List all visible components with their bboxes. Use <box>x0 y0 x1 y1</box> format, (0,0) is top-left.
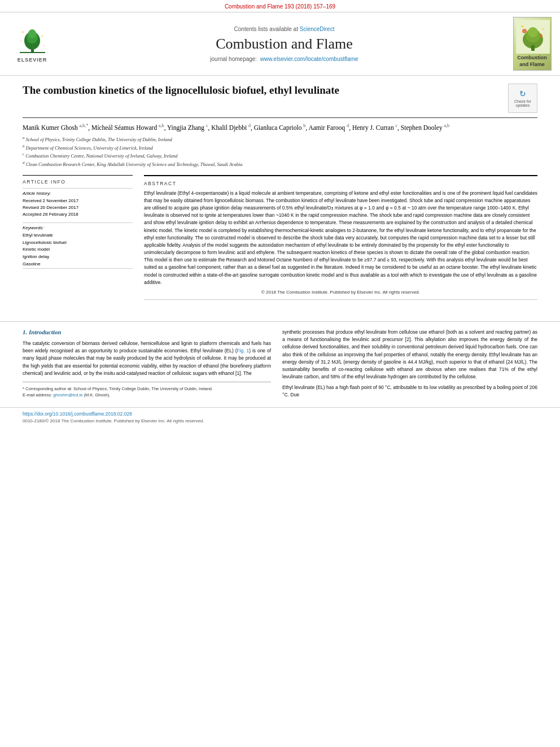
journal-thumbnail: ★ ★ Combustionand Flame <box>511 17 553 71</box>
affiliation-c: c Combustion Chemistry Centre, National … <box>23 153 178 159</box>
svg-text:✦: ✦ <box>21 30 24 34</box>
svg-point-15 <box>522 29 527 33</box>
authors-line: Manik Kumer Ghosh a,b,*, Mícheál Séamus … <box>23 123 537 133</box>
thumb-title: Combustionand Flame <box>516 55 549 68</box>
section-divider <box>0 321 560 322</box>
sciencedirect-link[interactable]: ScienceDirect <box>300 26 335 32</box>
keyword-4: Ignition delay <box>23 254 133 261</box>
abstract-section: ABSTRACT Ethyl levulinate (Ethyl 4-oxope… <box>144 175 537 300</box>
right-column: ABSTRACT Ethyl levulinate (Ethyl 4-oxope… <box>144 175 537 307</box>
keyword-5: Gasoline <box>23 261 133 268</box>
intro-left-text: The catalytic conversion of biomass deri… <box>23 340 271 377</box>
left-column: ARTICLE INFO Article history: Received 2… <box>23 175 133 307</box>
fig1-link[interactable]: Fig. 1 <box>237 348 250 353</box>
keyword-2: Lignocellulosic biofuel <box>23 239 133 247</box>
check-updates-icon: ↻ <box>519 89 526 98</box>
two-column-layout: ARTICLE INFO Article history: Received 2… <box>23 175 537 307</box>
body-content: 1. Introduction The catalytic conversion… <box>0 329 560 403</box>
svg-point-4 <box>28 29 36 38</box>
svg-rect-14 <box>531 45 535 51</box>
keywords-section: Keywords: Ethyl levulinate Lignocellulos… <box>23 222 133 268</box>
abstract-text: Ethyl levulinate (Ethyl 4-oxopentanoate)… <box>144 190 537 286</box>
svg-text:✦: ✦ <box>41 35 43 38</box>
intro-heading: 1. Introduction <box>23 329 271 335</box>
accepted-date: Accepted 28 February 2018 <box>23 211 133 218</box>
journal-title-header: Combustion and Flame <box>63 36 505 53</box>
article-info-section: ARTICLE INFO Article history: Received 2… <box>23 175 133 269</box>
history-label: Article history: <box>23 191 133 196</box>
affiliations: a School of Physics, Trinity College Dub… <box>23 135 537 168</box>
received-date: Received 2 November 2017 <box>23 198 133 204</box>
bottom-bar: https://doi.org/10.1016/j.combustflame.2… <box>0 407 560 427</box>
main-content: The combustion kinetics of the lignocell… <box>0 76 560 314</box>
copyright-line: © 2018 The Combustion Institute. Publish… <box>144 290 537 295</box>
journal-ref-link[interactable]: Combustion and Flame 193 (2018) 157–169 <box>225 3 335 10</box>
thumb-box: ★ ★ Combustionand Flame <box>513 17 552 71</box>
article-info-label: ARTICLE INFO <box>23 179 133 185</box>
abstract-label: ABSTRACT <box>144 181 537 186</box>
affiliation-a: a School of Physics, Trinity College Dub… <box>23 137 172 142</box>
intro-right-text: synthetic processes that produce ethyl l… <box>282 329 537 399</box>
svg-point-16 <box>539 34 542 37</box>
homepage-url[interactable]: www.elsevier.com/locate/combustflame <box>260 56 358 62</box>
footnote-email-link[interactable]: ghoshm@tcd.ie <box>53 392 82 397</box>
elsevier-tree-icon: ✦ ✦ ✦ ✦ <box>17 25 48 56</box>
intro-right-para-1: synthetic processes that produce ethyl l… <box>282 329 537 381</box>
header-center: Contents lists available at ScienceDirec… <box>63 26 505 62</box>
revised-date: Revised 20 December 2017 <box>23 204 133 211</box>
keyword-3: Kinetic model <box>23 246 133 254</box>
contents-line: Contents lists available at ScienceDirec… <box>63 26 505 32</box>
article-title: The combustion kinetics of the lignocell… <box>23 84 502 98</box>
footnote-email-line: E-mail address: ghoshm@tcd.ie (M.K. Ghos… <box>23 392 271 398</box>
keywords-label: Keywords: <box>23 225 133 230</box>
thumb-image-icon: ★ ★ <box>516 20 550 54</box>
elsevier-label: ELSEVIER <box>18 57 47 63</box>
doi-line: https://doi.org/10.1016/j.combustflame.2… <box>23 411 537 417</box>
check-updates-label: Check for updates <box>509 99 537 107</box>
elsevier-logo: ✦ ✦ ✦ ✦ ELSEVIER <box>7 25 58 63</box>
article-title-row: The combustion kinetics of the lignocell… <box>23 84 537 118</box>
intro-left-para-1: The catalytic conversion of biomass deri… <box>23 340 271 377</box>
issn-line: 0010-2180/© 2018 The Combustion Institut… <box>23 418 537 423</box>
page-container: Combustion and Flame 193 (2018) 157–169 <box>0 0 560 427</box>
top-bar: Combustion and Flame 193 (2018) 157–169 <box>0 0 560 12</box>
homepage-line: journal homepage: www.elsevier.com/locat… <box>63 56 505 62</box>
svg-text:★: ★ <box>520 24 524 28</box>
svg-rect-5 <box>20 52 45 53</box>
svg-point-13 <box>528 27 538 37</box>
article-history: Article history: Received 2 November 201… <box>23 188 133 218</box>
footnote-star-text: * Corresponding author at: School of Phy… <box>23 386 271 392</box>
footnote-area: * Corresponding author at: School of Phy… <box>23 382 271 401</box>
affiliation-b: b Department of Chemical Sciences, Unive… <box>23 145 153 151</box>
affiliation-d: d Clean Combustion Research Center, King… <box>23 161 243 167</box>
doi-link[interactable]: https://doi.org/10.1016/j.combustflame.2… <box>23 411 132 417</box>
journal-header: ✦ ✦ ✦ ✦ ELSEVIER Contents lists availabl… <box>0 12 560 76</box>
abstract-paragraph: Ethyl levulinate (Ethyl 4-oxopentanoate)… <box>144 190 537 286</box>
intro-right-para-2: Ethyl levulinate (EL) has a high flash p… <box>282 384 537 399</box>
body-right: synthetic processes that produce ethyl l… <box>282 329 537 403</box>
body-left: 1. Introduction The catalytic conversion… <box>23 329 271 403</box>
keyword-1: Ethyl levulinate <box>23 232 133 239</box>
check-updates-badge: ↻ Check for updates <box>508 84 537 113</box>
